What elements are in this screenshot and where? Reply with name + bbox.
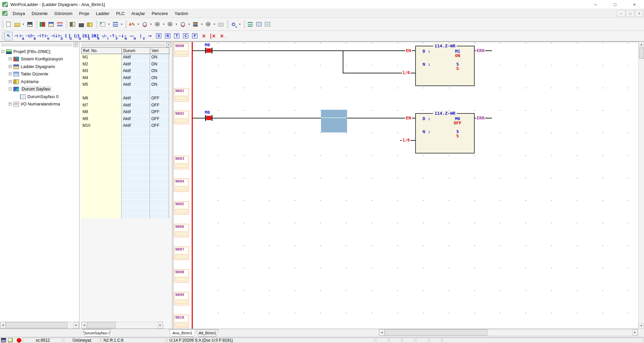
find-coil-button[interactable]: M [166,20,174,29]
coil-not-button[interactable]: (/)Q [72,32,81,40]
project-tree-dropdown[interactable]: ▾ [107,20,111,29]
contact-up-button[interactable]: ⊣↑⊢U [36,32,49,40]
zoom-button[interactable] [229,20,238,29]
select-pointer-button[interactable]: ↖ [4,32,13,40]
coil-monitor-dropdown[interactable]: ▾ [149,20,153,29]
scroll-up-icon[interactable]: ▲ [639,42,644,47]
column-header-veri[interactable]: Veri [150,47,169,54]
delete-vline-button[interactable]: |× [209,32,217,40]
mdi-child-icon[interactable] [2,11,7,16]
network-label-n003[interactable]: N003 [174,156,189,169]
table-panel-close-icon[interactable]: × [166,43,171,47]
ladder-horizontal-scrollbar[interactable]: ◄ ► [379,329,638,336]
coil-set-button[interactable]: (S)E [82,32,90,40]
close-button[interactable]: × [625,0,644,9]
rom-pack-button[interactable] [77,20,86,29]
scroll-right-icon[interactable]: ► [73,322,79,328]
network-label-n009[interactable]: N009 [174,292,189,305]
mdi-minimize-button[interactable]: – [617,10,625,17]
contact-label[interactable]: M0 [204,42,211,47]
maximize-button[interactable]: □ [605,0,625,9]
mdi-restore-button[interactable]: □ [626,10,634,17]
toolbar-grip[interactable] [95,20,97,28]
color-list-button[interactable] [191,20,200,29]
function-r-button[interactable]: R [164,32,172,40]
panel-grip[interactable] [82,45,165,46]
comment-book-button[interactable] [86,20,94,29]
selection-highlight[interactable] [321,110,347,132]
tree-item-io-numbering[interactable]: + I/O I/O Numaralandırma [9,100,60,107]
find-register-dropdown[interactable]: ▾ [187,20,191,29]
find-contact-button[interactable]: M [153,20,162,29]
toolbar-grip[interactable] [35,20,36,28]
contact-symbol[interactable] [205,48,206,53]
toolbar-grip[interactable] [1,32,2,40]
scrollbar-thumb[interactable] [87,322,116,328]
new-file-button[interactable] [4,20,13,29]
contact-symbol[interactable] [211,48,212,53]
delete-special-button[interactable]: ×˜ [218,32,226,40]
menu-ladder[interactable]: Ladder [93,9,113,18]
contact-symbol[interactable] [211,115,212,121]
mdi-close-button[interactable]: × [635,10,643,17]
table-row[interactable]: M10AktifOFF [81,122,169,129]
network-label-n008[interactable]: N008 [174,269,189,283]
network-label-n001[interactable]: N001 [174,88,189,101]
expand-icon[interactable]: + [9,72,12,75]
contact-label[interactable]: M0 [204,110,211,115]
empty-table-rows[interactable] [81,129,169,218]
table-row[interactable]: M8AktifOFF [81,109,169,116]
falling-edge-button[interactable]: -↓-N [118,32,127,40]
find-network-button[interactable]: M [204,20,212,29]
find-register-button[interactable] [178,20,187,29]
menu-araclar[interactable]: Araçlar [128,9,148,18]
panel-grip[interactable] [82,43,165,44]
scroll-left-icon[interactable]: ◄ [379,329,384,336]
toolbar-grip[interactable] [65,20,66,28]
tree-panel-close-icon[interactable]: × [73,43,78,47]
tab-alt-birim1[interactable]: Alt_Birim1 [196,329,218,337]
counter-button[interactable]: C [182,32,190,40]
ladder-vertical-scrollbar[interactable]: ▲ ▼ [638,42,644,329]
toolbar-grip[interactable] [1,20,2,28]
tab-durumsayfasi-0[interactable]: DurumSayfası 0 [83,329,111,337]
scroll-left-icon[interactable]: ◄ [0,322,6,328]
timer-button[interactable]: T [173,32,181,40]
table-row[interactable] [81,88,169,95]
collapse-icon[interactable]: − [1,50,4,53]
function-s-button[interactable]: S [155,32,163,40]
function-block-zwr[interactable]: 114.Z-WR D : M1 ON N : 5 5 [415,46,475,86]
network-label-n000[interactable]: N000 [174,43,189,56]
syntax-check-button[interactable] [246,20,255,29]
table-row[interactable]: M2AktifON [81,61,169,68]
minimize-button[interactable]: – [586,0,605,9]
menu-yardim[interactable]: Yardım [171,9,192,18]
toolbar-grip[interactable] [125,20,126,28]
table-row[interactable]: M1AktifON [81,54,169,61]
scroll-right-icon[interactable]: ► [158,322,163,328]
find-coil-dropdown[interactable]: ▾ [174,20,178,29]
open-file-dropdown[interactable]: ▾ [21,20,25,29]
tree-item-comment[interactable]: + Açıklama [9,78,38,85]
network-label-n007[interactable]: N007 [174,247,189,260]
edit-element-dropdown[interactable]: ▾ [136,20,140,29]
tree-item-system-config[interactable]: + Sistem Konfigürasyon [9,55,63,62]
network-label-n005[interactable]: N005 [174,201,189,215]
tile-windows-button[interactable] [255,20,263,29]
tree-item-table-edit[interactable]: + Tablo Düzenle [9,70,48,77]
new-window-button[interactable]: + [263,20,272,29]
table-horizontal-scrollbar[interactable]: ◄ ► [81,322,163,329]
horizontal-line-button[interactable]: —H [128,32,136,40]
network-label-n006[interactable]: N006 [174,224,189,237]
menu-duzenle[interactable]: Düzenle [28,9,51,18]
panel-grip[interactable] [1,43,72,44]
table-row[interactable]: M3AktifON [81,68,169,75]
function-block-zwr[interactable]: 114.Z-WR D : M6 OFF N : 5 5 [415,113,475,153]
scrollbar-thumb[interactable] [384,329,487,336]
zoom-dropdown[interactable]: ▾ [238,20,242,29]
table-row[interactable]: M7AktifOFF [81,102,169,109]
column-header-durum[interactable]: Durum [122,47,150,54]
link-button[interactable]: → [146,32,154,40]
delete-element-button[interactable]: × [200,32,208,40]
expand-icon[interactable]: + [9,102,12,105]
